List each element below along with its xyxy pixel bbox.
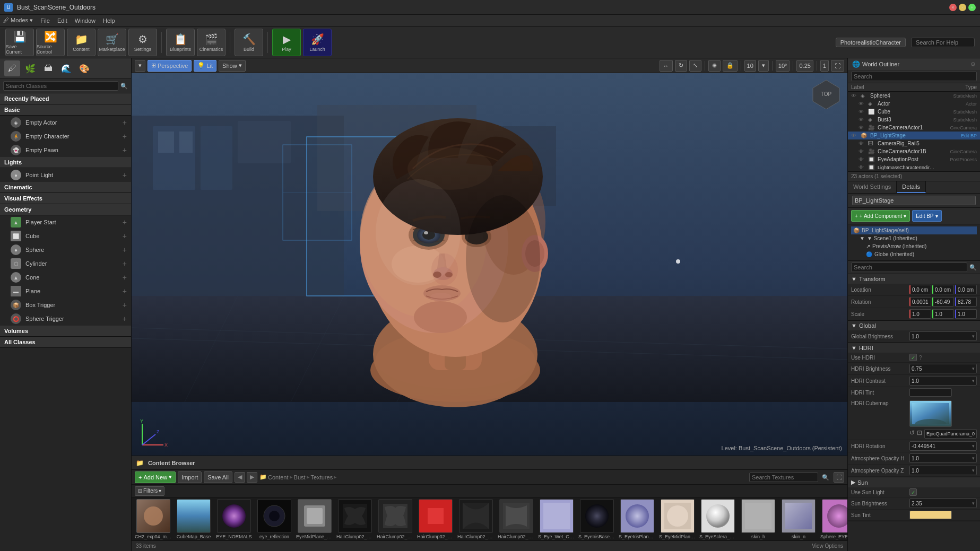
viewport-maximize[interactable]: ⛶ [831, 60, 844, 72]
hdri-section-header[interactable]: ▼ HDRI [848, 343, 980, 353]
visibility-icon[interactable]: 👁 [858, 164, 866, 170]
search-classes-input[interactable] [3, 81, 118, 91]
grid-options[interactable]: ▾ [758, 60, 769, 72]
comp-item-globe[interactable]: 🔵 Globe (Inherited) [851, 250, 977, 258]
outliner-item-sphere4[interactable]: 👁 ◈ Sphere4 StaticMesh [848, 92, 980, 100]
search-classes-icon[interactable]: 🔍 [120, 83, 128, 90]
list-item[interactable]: S_Eye_Wet_Color [538, 499, 575, 539]
comp-item-previsarrow[interactable]: ↗ PrevisArrow (Inherited) [851, 242, 977, 250]
outliner-item-lightmass[interactable]: 👁 🔲 LightmassCharacterIndir… [848, 163, 980, 171]
list-item[interactable]: S_EyeSclera_BaseColor [699, 499, 736, 539]
mode-landscape[interactable]: 🏔 [40, 60, 56, 76]
list-item[interactable]: CH2_exp04_merged_spec_FC_FINAL [135, 499, 172, 539]
global-section-header[interactable]: ▼ Global [848, 321, 980, 330]
edit-bp-button[interactable]: Edit BP ▾ [912, 210, 941, 222]
global-brightness-input[interactable]: 1.0 ▾ [909, 331, 977, 341]
menu-edit[interactable]: Edit [57, 18, 67, 24]
list-item[interactable]: S_EyeMidPlane_Displacement [659, 499, 696, 539]
hdri-reset-icon[interactable]: ↺ [909, 429, 915, 439]
scale-y[interactable]: 1.0 [932, 309, 954, 319]
nav-cube[interactable]: TOP [810, 77, 842, 109]
list-item[interactable]: HairClump02_Normal [498, 499, 535, 539]
content-button[interactable]: 📁 Content [67, 29, 96, 56]
list-item[interactable]: ● Sphere + [0, 243, 131, 257]
cylinder-add[interactable]: + [123, 259, 127, 268]
perspective-button[interactable]: ⊞ Perspective [148, 60, 192, 72]
cb-back-button[interactable]: ◀ [235, 472, 245, 483]
player-start-add[interactable]: + [123, 218, 127, 226]
settings-button[interactable]: ⚙ Settings [128, 29, 157, 56]
scale-button[interactable]: ⤡ [689, 60, 701, 72]
hdri-contrast-input[interactable]: 1.0 ▾ [909, 376, 977, 386]
visual-effects-section-header[interactable]: Visual Effects [0, 193, 131, 204]
outliner-options-icon[interactable]: ⚙ [970, 61, 976, 68]
list-item[interactable]: skin_h [740, 499, 777, 539]
use-sun-checkbox[interactable] [909, 488, 917, 496]
visibility-icon[interactable]: 👁 [858, 117, 866, 123]
list-item[interactable]: 📦 Box Trigger + [0, 298, 131, 312]
world-button[interactable]: ⊕ [708, 60, 721, 72]
list-item[interactable]: eye_reflection [256, 499, 293, 539]
cb-search-input[interactable] [749, 473, 818, 482]
save-button[interactable]: 💾 Save Current [5, 29, 34, 56]
hdri-help-icon[interactable]: ? [919, 355, 922, 361]
hdri-brightness-input[interactable]: 0.75 ▾ [909, 364, 977, 373]
visibility-icon[interactable]: 👁 [858, 148, 866, 154]
blueprints-button[interactable]: 📋 Blueprints [166, 29, 195, 56]
list-item[interactable]: ⬜ Cube + [0, 229, 131, 243]
list-item[interactable]: ▬ Plane + [0, 284, 131, 298]
list-item[interactable]: EyeMidPlane_Displacement-Example [296, 499, 333, 539]
outliner-item-cube[interactable]: 👁 ⬜ Cube StaticMesh [848, 108, 980, 116]
search-help-input[interactable]: Search For Help [911, 38, 975, 47]
translate-button[interactable]: ↔ [660, 60, 673, 72]
transform-section-header[interactable]: ▼ Transform [848, 274, 980, 284]
import-button[interactable]: Import [178, 471, 202, 483]
rotation-z[interactable]: 82.78 [955, 297, 977, 307]
list-item[interactable]: S_EyeIrisBase_Color [578, 499, 615, 539]
cinematics-button[interactable]: 🎬 Cinematics [197, 29, 226, 56]
mode-place[interactable]: 🖊 [4, 60, 20, 76]
empty-pawn-add[interactable]: + [123, 146, 127, 154]
mode-geometry[interactable]: 🎨 [76, 60, 92, 76]
cone-add[interactable]: + [123, 273, 127, 282]
sun-brightness-input[interactable]: 2.35 ▾ [909, 498, 977, 508]
tab-world-settings[interactable]: World Settings [848, 181, 897, 193]
breadcrumb-bust[interactable]: Bust [294, 474, 306, 480]
build-button[interactable]: 🔨 Build [235, 29, 263, 56]
empty-actor-add[interactable]: + [123, 118, 127, 127]
outliner-item-cinecamera1b[interactable]: 👁 🎥 CineCameraActor1B CineCamera [848, 147, 980, 155]
outliner-item-cinecamera1[interactable]: 👁 🎥 CineCameraActor1 CineCamera [848, 124, 980, 132]
list-item[interactable]: EYE_NORMALS [215, 499, 253, 539]
close-button[interactable]: × [949, 4, 957, 11]
list-item[interactable]: 🧍 Empty Character + [0, 129, 131, 143]
add-new-button[interactable]: + Add New ▾ [135, 471, 176, 483]
list-item[interactable]: 👻 Empty Pawn + [0, 143, 131, 157]
hdri-cubemap-thumb[interactable] [909, 400, 952, 427]
geometry-section-header[interactable]: Geometry [0, 204, 131, 215]
rotate-button[interactable]: ↻ [675, 60, 687, 72]
mode-foliage[interactable]: 🌊 [58, 60, 74, 76]
add-component-button[interactable]: + + Add Component ▾ [851, 210, 910, 222]
outliner-item-camerarail5[interactable]: 👁 🎞 CameraRig_Rail5 [848, 139, 980, 147]
viewport[interactable]: Level: Bust_ScanScene_Outdoors (Persiste… [132, 73, 847, 456]
visibility-icon[interactable]: 👁 [851, 133, 858, 138]
sun-section-header[interactable]: ▶ Sun [848, 477, 980, 487]
volumes-section-header[interactable]: Volumes [0, 326, 131, 337]
launch-button[interactable]: 🚀 Launch [303, 29, 332, 56]
view-options-button[interactable]: View Options [812, 543, 843, 549]
show-button[interactable]: Show ▾ [219, 60, 246, 72]
atm-opacity-z-input[interactable]: 1.0 ▾ [909, 466, 977, 475]
breadcrumb-textures[interactable]: Textures [311, 474, 333, 480]
comp-item-scene1[interactable]: ▼ ▼ Scene1 (Inherited) [851, 234, 977, 242]
cb-maximize-button[interactable]: ⛶ [834, 472, 844, 483]
atm-opacity-h-input[interactable]: 1.0 ▾ [909, 453, 977, 463]
minimize-button[interactable]: - [959, 4, 966, 11]
hdri-tint-swatch[interactable] [909, 388, 952, 397]
breadcrumb-content[interactable]: Content [268, 474, 289, 480]
scale-x[interactable]: 1.0 [909, 309, 931, 319]
use-hdri-checkbox[interactable] [909, 354, 917, 361]
outliner-search-input[interactable] [851, 72, 977, 81]
recently-placed-header[interactable]: Recently Placed [0, 93, 131, 104]
cube-add[interactable]: + [123, 232, 127, 240]
comp-item-self[interactable]: 📦 BP_LightStage(self) [851, 226, 977, 234]
